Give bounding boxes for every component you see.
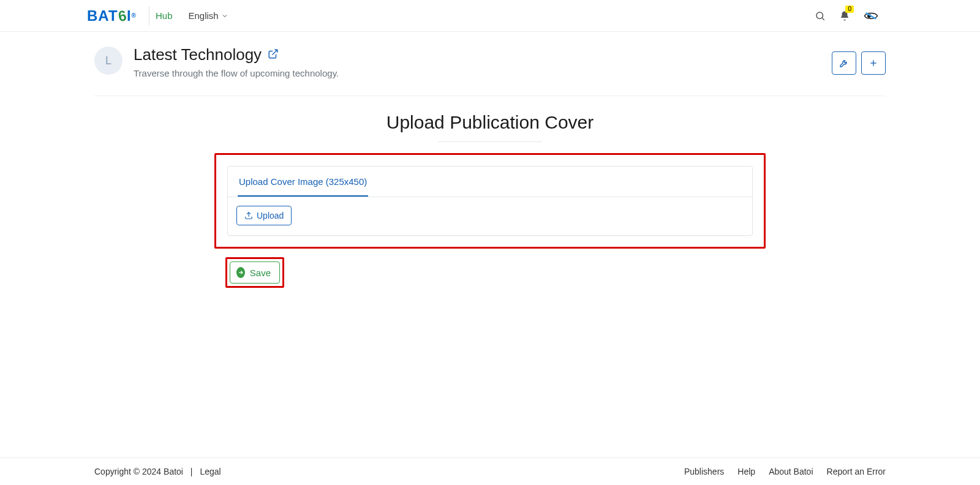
preview-button[interactable] bbox=[864, 10, 878, 21]
search-button[interactable] bbox=[815, 10, 826, 21]
tab-bar: Upload Cover Image (325x450) bbox=[228, 167, 752, 197]
svg-point-0 bbox=[816, 12, 823, 19]
brand-reg: ® bbox=[132, 12, 137, 19]
page-subtitle: Traverse through the flow of upcoming te… bbox=[134, 68, 339, 78]
page-header: L Latest Technology Traverse through the… bbox=[94, 32, 886, 96]
page-title: Latest Technology bbox=[134, 45, 262, 64]
save-area-highlight: Save bbox=[225, 257, 284, 288]
notifications-button[interactable]: 0 bbox=[839, 10, 850, 21]
upload-button-label: Upload bbox=[257, 211, 284, 220]
wrench-icon bbox=[839, 58, 849, 68]
plus-icon bbox=[869, 58, 878, 68]
top-nav: BAT6I® Hub English 0 bbox=[0, 0, 980, 32]
external-link-icon bbox=[268, 48, 279, 59]
save-button-label: Save bbox=[250, 268, 271, 278]
upload-area-highlight: Upload Cover Image (325x450) Upload bbox=[214, 153, 766, 249]
upload-card: Upload Cover Image (325x450) Upload bbox=[227, 166, 753, 236]
language-selector[interactable]: English bbox=[188, 10, 228, 21]
add-button[interactable] bbox=[861, 51, 886, 75]
chevron-down-icon bbox=[221, 12, 228, 20]
eye-icon bbox=[864, 10, 878, 21]
publication-avatar: L bbox=[94, 47, 123, 75]
search-icon bbox=[815, 10, 826, 21]
nav-hub-link[interactable]: Hub bbox=[156, 10, 173, 21]
open-external-button[interactable] bbox=[268, 48, 279, 61]
save-button[interactable]: Save bbox=[230, 261, 280, 284]
brand-text-pre: BAT bbox=[87, 7, 118, 24]
upload-button[interactable]: Upload bbox=[236, 206, 292, 225]
svg-line-1 bbox=[822, 18, 824, 20]
section-divider bbox=[438, 141, 542, 142]
tab-upload-cover[interactable]: Upload Cover Image (325x450) bbox=[238, 167, 368, 197]
settings-button[interactable] bbox=[832, 51, 856, 75]
svg-line-3 bbox=[273, 50, 277, 55]
section-title: Upload Publication Cover bbox=[94, 112, 886, 133]
brand-logo[interactable]: BAT6I® bbox=[87, 7, 149, 25]
language-label: English bbox=[188, 10, 218, 21]
notification-count-badge: 0 bbox=[845, 6, 854, 13]
arrow-right-circle-icon bbox=[236, 267, 245, 278]
upload-icon bbox=[244, 211, 253, 220]
